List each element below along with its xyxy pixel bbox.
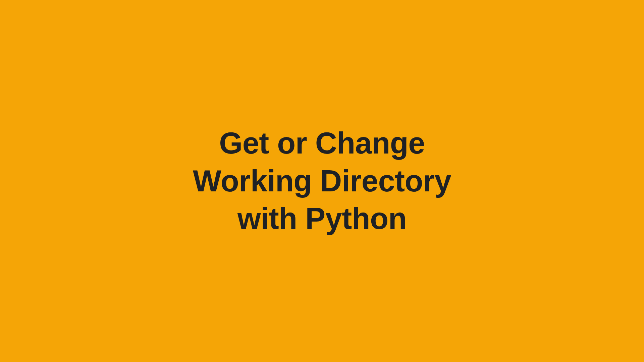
title-line-2: Working Directory bbox=[193, 162, 451, 200]
title-line-3: with Python bbox=[193, 200, 451, 238]
title-line-1: Get or Change bbox=[193, 124, 451, 162]
title-container: Get or Change Working Directory with Pyt… bbox=[193, 124, 451, 238]
